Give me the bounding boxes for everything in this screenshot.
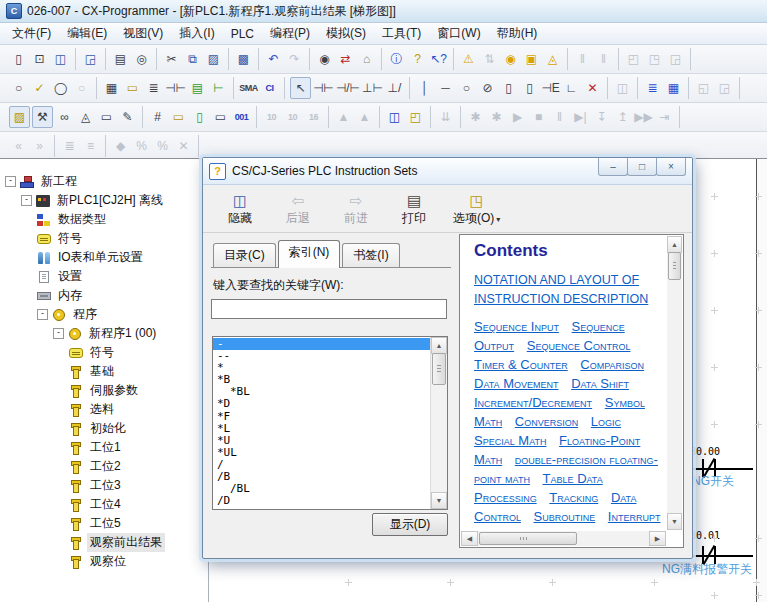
tree-item[interactable]: 工位3 bbox=[0, 476, 208, 495]
find-window-icon[interactable]: ◬ bbox=[76, 107, 95, 127]
replace-icon[interactable]: ⇄ bbox=[336, 49, 355, 69]
contents-scrollbar[interactable]: ▲ ▼ bbox=[667, 236, 682, 530]
connect-line-icon[interactable]: ∟ bbox=[562, 78, 581, 98]
tree-item[interactable]: -新程序1 (00) bbox=[0, 324, 208, 343]
contents-link[interactable]: Timer & Counter bbox=[474, 357, 568, 372]
build-icon[interactable]: ⚒ bbox=[32, 106, 53, 128]
menu-item[interactable]: 视图(V) bbox=[115, 23, 171, 44]
tree-item[interactable]: IO表和单元设置 bbox=[0, 248, 208, 267]
inverted-instruction-icon[interactable]: ▯ bbox=[520, 78, 539, 98]
tree-expander-icon[interactable]: - bbox=[53, 328, 64, 339]
contact-closed-icon[interactable]: ⊣/⊢ bbox=[336, 78, 360, 98]
tab-bookmarks[interactable]: 书签(I) bbox=[342, 243, 399, 268]
index-list-item[interactable]: * bbox=[213, 362, 431, 374]
scroll-down-icon[interactable]: ▼ bbox=[431, 492, 447, 509]
index-list-item[interactable]: /D bbox=[213, 495, 431, 507]
contents-link[interactable]: Sequence Input bbox=[474, 319, 559, 334]
io-comment-tool-icon[interactable]: ▨ bbox=[9, 106, 30, 128]
tree-item[interactable]: -新工程 bbox=[0, 172, 208, 191]
compile-icon[interactable]: ⚠ bbox=[459, 49, 478, 69]
menu-item[interactable]: 模拟(S) bbox=[318, 23, 374, 44]
section-browser-icon[interactable]: ▯ bbox=[190, 107, 209, 127]
index-list-item[interactable]: /BL bbox=[213, 483, 431, 495]
contents-link[interactable]: Comparison bbox=[580, 357, 644, 372]
copy-icon[interactable]: ⧉ bbox=[183, 49, 202, 69]
contents-link[interactable]: Special Math bbox=[474, 433, 546, 448]
tree-item[interactable]: 内存 bbox=[0, 286, 208, 305]
horizontal-line-icon[interactable]: ─ bbox=[436, 78, 455, 98]
tree-item[interactable]: 观察位 bbox=[0, 552, 208, 571]
properties-icon[interactable]: ✎ bbox=[118, 107, 137, 127]
watch-glasses-icon[interactable]: ∞ bbox=[55, 107, 74, 127]
list-scrollbar[interactable]: ▲ ▼ bbox=[430, 337, 447, 509]
tree-item[interactable]: 数据类型 bbox=[0, 210, 208, 229]
tree-expander-icon[interactable]: - bbox=[5, 176, 16, 187]
expansion-instruction-icon[interactable]: ⊣E bbox=[541, 78, 560, 98]
tree-item[interactable]: 观察前出结果 bbox=[0, 533, 208, 552]
contents-link[interactable]: Data Shift bbox=[571, 376, 629, 391]
monitor-compact-icon[interactable]: ⊣⊢ bbox=[165, 78, 186, 98]
io-warning-icon[interactable]: ▣ bbox=[522, 49, 541, 69]
contact-or-open-icon[interactable]: ⊥⊢ bbox=[362, 78, 383, 98]
contents-link[interactable]: Conversion bbox=[515, 414, 578, 429]
keyword-input[interactable] bbox=[211, 299, 447, 319]
hide-button[interactable]: ◫隐藏 bbox=[211, 189, 269, 229]
scroll-left-icon[interactable]: ◀ bbox=[461, 531, 478, 546]
vertical-line-icon[interactable]: │ bbox=[415, 78, 434, 98]
tree-item[interactable]: -新PLC1[CJ2H] 离线 bbox=[0, 191, 208, 210]
contact-open-icon[interactable]: ⊣⊢ bbox=[313, 78, 334, 98]
scroll-thumb[interactable] bbox=[479, 532, 577, 545]
select-tool-icon[interactable]: ↖ bbox=[290, 77, 311, 99]
compare-programs-icon[interactable]: ◲ bbox=[81, 49, 100, 69]
zoom-in-icon[interactable]: ◯ bbox=[51, 78, 70, 98]
index-list-item[interactable]: - bbox=[213, 338, 431, 350]
monitor-mode-icon[interactable]: ◰ bbox=[406, 107, 425, 127]
zoom-select-icon[interactable]: ✓ bbox=[30, 78, 49, 98]
tree-expander-icon[interactable]: - bbox=[37, 309, 48, 320]
menu-item[interactable]: PLC bbox=[223, 25, 262, 43]
io-grid-icon[interactable]: ▦ bbox=[664, 78, 683, 98]
new-file-icon[interactable]: ▯ bbox=[9, 49, 28, 69]
tab-contents[interactable]: 目录(C) bbox=[213, 243, 276, 268]
contents-link[interactable]: Data Movement bbox=[474, 376, 559, 391]
paste-attributes-icon[interactable]: ▩ bbox=[234, 49, 253, 69]
contents-hscrollbar[interactable]: ◀ ▶ bbox=[461, 531, 666, 546]
undo-icon[interactable]: ↶ bbox=[264, 49, 283, 69]
tree-item[interactable]: 基础 bbox=[0, 362, 208, 381]
scroll-down-icon[interactable]: ▼ bbox=[667, 513, 682, 530]
contents-link[interactable]: Logic bbox=[591, 414, 621, 429]
close-button[interactable]: × bbox=[656, 158, 686, 176]
info-icon[interactable]: ⓘ bbox=[387, 49, 406, 69]
scroll-up-icon[interactable]: ▲ bbox=[431, 337, 447, 354]
coil-open-icon[interactable]: ○ bbox=[457, 78, 476, 98]
delete-line-icon[interactable]: ✕ bbox=[583, 78, 602, 98]
scroll-thumb[interactable] bbox=[668, 252, 681, 280]
tree-item[interactable]: 伺服参数 bbox=[0, 381, 208, 400]
change-address-icon[interactable]: ⌂ bbox=[357, 49, 376, 69]
menu-item[interactable]: 编辑(E) bbox=[59, 23, 115, 44]
scroll-thumb[interactable] bbox=[432, 353, 446, 385]
tree-item[interactable]: 工位2 bbox=[0, 457, 208, 476]
comment-box-icon[interactable]: ▭ bbox=[123, 78, 142, 98]
rung-tree-icon[interactable]: ⊢ bbox=[209, 78, 228, 98]
tree-item[interactable]: 初始化 bbox=[0, 419, 208, 438]
minimize-button[interactable]: – bbox=[598, 158, 628, 176]
program-stack-icon[interactable]: ≣ bbox=[643, 78, 662, 98]
menu-item[interactable]: 窗口(W) bbox=[429, 23, 488, 44]
tree-item[interactable]: 工位1 bbox=[0, 438, 208, 457]
open-file-icon[interactable]: ⊡ bbox=[30, 49, 49, 69]
work-online-icon[interactable]: ◫ bbox=[385, 107, 404, 127]
index-list-item[interactable]: *BL bbox=[213, 386, 431, 398]
tree-item[interactable]: 工位5 bbox=[0, 514, 208, 533]
paste-icon[interactable]: ▨ bbox=[204, 49, 223, 69]
help-icon[interactable]: ? bbox=[408, 49, 427, 69]
find-all-warning-icon[interactable]: ◉ bbox=[501, 49, 520, 69]
index-list-item[interactable]: / bbox=[213, 459, 431, 471]
tree-item[interactable]: 设置 bbox=[0, 267, 208, 286]
options-button[interactable]: ◳选项(O)▾ bbox=[443, 189, 510, 229]
tree-item[interactable]: 符号 bbox=[0, 343, 208, 362]
index-listbox[interactable]: ---**B*BL*D*F*L*U*UL//B/BL/D ▲ ▼ bbox=[212, 336, 448, 510]
menu-item[interactable]: 工具(T) bbox=[374, 23, 429, 44]
notation-link[interactable]: NOTATION AND LAYOUT OF INSTRUCTION DESCR… bbox=[474, 273, 648, 306]
rung-shortcuts-icon[interactable]: ▤ bbox=[188, 78, 207, 98]
